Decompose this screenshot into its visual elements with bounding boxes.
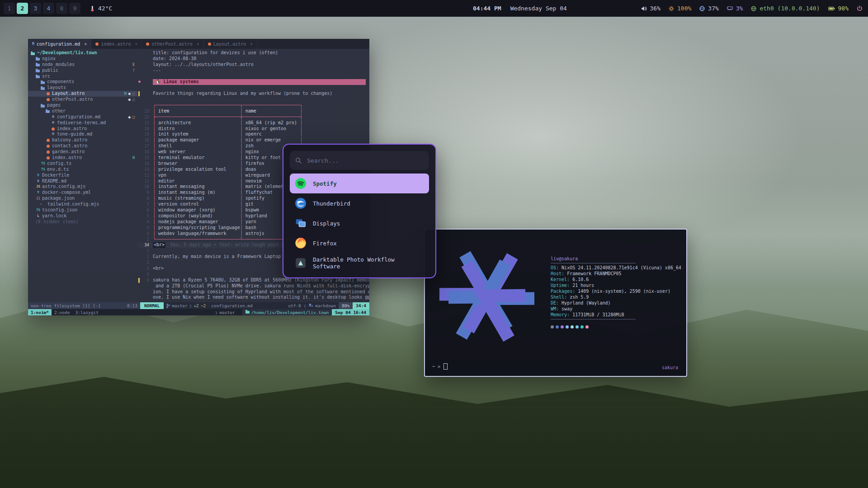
launcher-item-firefox[interactable]: Firefox <box>290 233 429 253</box>
editor-tab-configuration.md[interactable]: Mconfiguration.md× <box>28 39 91 49</box>
launcher-item-darktable[interactable]: Darktable Photo Workflow Software <box>290 253 429 273</box>
launcher-item-displays[interactable]: Displays <box>290 213 429 233</box>
docker-file-icon: D <box>35 173 41 178</box>
workspace-8[interactable]: 8 <box>56 3 67 14</box>
workspace-1[interactable]: 1 <box>4 3 15 14</box>
tab-close-icon[interactable]: × <box>84 42 87 47</box>
tree-item-otherPost.astro[interactable]: otherPost.astro●□ <box>28 97 137 103</box>
tree-item-label: balcony.astro <box>52 137 87 143</box>
tree-root[interactable]: ~/Development/liv.town <box>28 50 137 56</box>
tree-item-config.ts[interactable]: TSconfig.ts <box>28 161 137 167</box>
thermometer-icon <box>90 5 95 12</box>
ts-file-icon: TS <box>40 161 46 167</box>
tab-close-icon[interactable]: × <box>135 42 137 47</box>
tree-item-label: nginx <box>42 56 56 62</box>
folder-icon <box>30 50 36 56</box>
tmux-window-3:lazygit[interactable]: 3:lazygit <box>72 309 101 315</box>
search-input[interactable] <box>306 157 424 164</box>
tab-close-icon[interactable]: × <box>250 42 253 47</box>
tree-item-docker-compose.yml[interactable]: Ydocker-compose.yml <box>28 190 137 196</box>
tree-item-node_modules[interactable]: node_modulesE <box>28 62 137 68</box>
tree-item-Layout.astro[interactable]: Layout.astroH●□ <box>28 91 137 97</box>
launcher-item-thunderbird[interactable]: Thunderbird <box>290 193 429 213</box>
markdown-file-icon: M <box>32 42 34 46</box>
md-file-icon: M <box>50 131 56 137</box>
tree-item-index.astro[interactable]: index.astroH <box>28 155 137 161</box>
tree-item-pages[interactable]: pages <box>28 103 137 108</box>
git-branch-icon <box>166 304 170 308</box>
power-button[interactable] <box>857 5 863 11</box>
shell-prompt[interactable]: ~ > <box>432 363 448 370</box>
workspace-3[interactable]: 3 <box>30 3 41 14</box>
tree-item-nginx[interactable]: nginx <box>28 56 137 62</box>
tree-item-label: ~/Development/liv.town <box>37 50 97 56</box>
tmux-window-1:nvim*[interactable]: 1:nvim* <box>28 309 52 315</box>
tree-item-index.astro[interactable]: index.astro <box>28 126 137 132</box>
filetype-segment: M↓ markdown <box>307 302 339 309</box>
network-module[interactable]: eth0 (10.0.0.140) <box>751 5 820 12</box>
workspace-2[interactable]: 2 <box>17 3 28 14</box>
workspace-4[interactable]: 4 <box>43 3 54 14</box>
table-header: 23│ item │ name │ <box>137 108 369 114</box>
tree-item-garden.astro[interactable]: garden.astro <box>28 149 137 155</box>
temperature-value: 42°C <box>98 5 112 12</box>
editor-tab-otherPost.astro[interactable]: otherPost.astro× <box>142 39 203 49</box>
brightness-module[interactable]: 100% <box>669 5 691 12</box>
tree-item-layouts[interactable]: layouts <box>28 85 137 91</box>
tree-item-balcony.astro[interactable]: balcony.astro <box>28 137 137 143</box>
tab-close-icon[interactable]: × <box>197 42 199 47</box>
astro-file-icon <box>95 42 99 46</box>
fastfetch-terminal[interactable]: liv@sakura OS: NixOS 24.11.20240828.71e9… <box>424 229 687 377</box>
tree-item-Dockerfile[interactable]: DDockerfile <box>28 173 137 178</box>
volume-module[interactable]: 36% <box>641 5 660 12</box>
tree-item-contact.astro[interactable]: contact.astro <box>28 143 137 149</box>
divider <box>551 263 636 263</box>
buffer-line <box>137 74 369 80</box>
tmux-datetime: Sep 04 16:44 <box>332 309 369 315</box>
md-file-icon: M <box>50 120 56 126</box>
memory-module[interactable]: 3% <box>727 5 743 12</box>
table-separator: 22├───────────────────────────────┼─────… <box>137 114 369 120</box>
tree-item-tone-guide.md[interactable]: Mtone-guide.md <box>28 131 137 137</box>
palette-dot <box>556 325 559 328</box>
file-encoding: utf-8 <box>285 302 304 309</box>
tab-label: configuration.md <box>37 42 80 47</box>
launcher-item-spotify[interactable]: Spotify <box>290 174 429 193</box>
neotree-title: neo-tree filesystem [1] [-] <box>31 303 100 308</box>
battery-module[interactable]: 98% <box>828 5 849 12</box>
tree-item-env.d.ts[interactable]: TSenv.d.ts <box>28 167 137 173</box>
json-file-icon: {} <box>35 196 41 202</box>
tree-item-src[interactable]: src <box>28 74 137 80</box>
tree-item-fediverse-terms.md[interactable]: Mfediverse-terms.md <box>28 120 137 126</box>
tree-item-README.md[interactable]: RREADME.md <box>28 178 137 184</box>
editor-tab-index.astro[interactable]: index.astro× <box>91 39 142 49</box>
tmux-window-2:node[interactable]: 2:node <box>52 309 72 315</box>
astro-file-icon <box>45 155 51 161</box>
tab-label: Layout.astro <box>213 42 246 47</box>
tree-item-(6 hidden items)[interactable]: (6 hidden items) <box>28 219 137 225</box>
tree-item-components[interactable]: components <box>28 79 137 85</box>
tree-item-badges: H●□ <box>124 91 135 97</box>
tree-item-tsconfig.json[interactable]: TStsconfig.json <box>28 207 137 213</box>
tree-item-astro.config.mjs[interactable]: JSastro.config.mjs <box>28 184 137 190</box>
git-added-count: +2 <box>193 303 198 308</box>
tree-item-other[interactable]: other <box>28 108 137 114</box>
tree-item-yarn.lock[interactable]: Lyarn.lock <box>28 213 137 219</box>
tree-item-public[interactable]: public? <box>28 68 137 74</box>
network-value: eth0 (10.0.0.140) <box>760 5 820 12</box>
tab-bar: Mconfiguration.md×index.astro×otherPost.… <box>28 39 369 49</box>
nixos-logo <box>430 239 543 353</box>
cpu-module[interactable]: 37% <box>699 5 718 12</box>
session-name: sakura <box>662 365 678 371</box>
markdown-heading: ●🐧 Linux systems <box>137 79 369 85</box>
tree-item-label: tone-guide.md <box>57 131 92 137</box>
tree-item-configuration.md[interactable]: Mconfiguration.md●□ <box>28 114 137 120</box>
editor-tab-Layout.astro[interactable]: Layout.astro× <box>204 39 257 49</box>
tree-item-package.json[interactable]: {}package.json <box>28 196 137 202</box>
tree-item-tailwind.config.mjs[interactable]: ~tailwind.config.mjs <box>28 202 137 207</box>
folder-icon <box>45 108 51 114</box>
workspace-9[interactable]: 9 <box>69 3 80 14</box>
tab-label: index.astro <box>101 42 131 47</box>
launcher-search[interactable] <box>290 151 429 170</box>
neotree-status: neo-tree filesystem [1] [-] 8:13 <box>28 302 140 309</box>
